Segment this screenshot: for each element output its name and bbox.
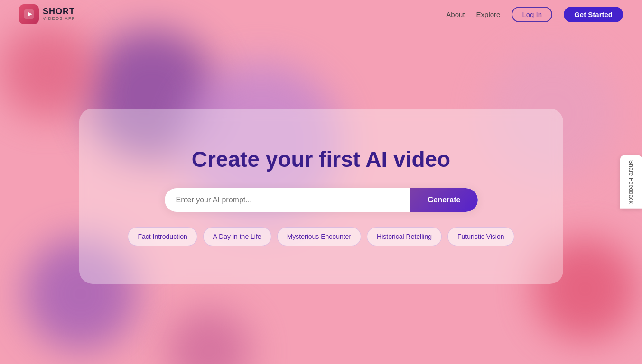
navbar: SHORT VIDEOS APP About Explore Log In Ge… (0, 0, 642, 28)
chips-row: Fact Introduction A Day in the Life Myst… (128, 227, 514, 246)
nav-about[interactable]: About (446, 10, 465, 18)
get-started-button[interactable]: Get Started (564, 7, 623, 22)
logo[interactable]: SHORT VIDEOS APP (19, 4, 75, 24)
play-icon (23, 9, 35, 20)
login-button[interactable]: Log In (512, 7, 552, 22)
main-content: Create your first AI video Generate Fact… (0, 28, 642, 364)
logo-icon (19, 4, 39, 24)
generate-button[interactable]: Generate (410, 188, 477, 212)
chip-historical-retelling[interactable]: Historical Retelling (367, 227, 442, 246)
nav-links: About Explore Log In Get Started (446, 7, 623, 22)
logo-sub-text: VIDEOS APP (43, 17, 75, 21)
chip-mysterious-encounter[interactable]: Mysterious Encounter (277, 227, 361, 246)
chip-day-in-life[interactable]: A Day in the Life (203, 227, 271, 246)
prompt-input[interactable] (165, 188, 411, 212)
chip-fact-introduction[interactable]: Fact Introduction (128, 227, 197, 246)
logo-text: SHORT VIDEOS APP (43, 7, 75, 21)
prompt-row: Generate (165, 188, 478, 212)
page-headline: Create your first AI video (192, 146, 450, 173)
feedback-tab[interactable]: Share Feedback (620, 155, 642, 209)
nav-explore[interactable]: Explore (476, 10, 501, 18)
content-card: Create your first AI video Generate Fact… (79, 109, 563, 283)
chip-futuristic-vision[interactable]: Futuristic Vision (447, 227, 514, 246)
logo-main-text: SHORT (43, 7, 75, 17)
